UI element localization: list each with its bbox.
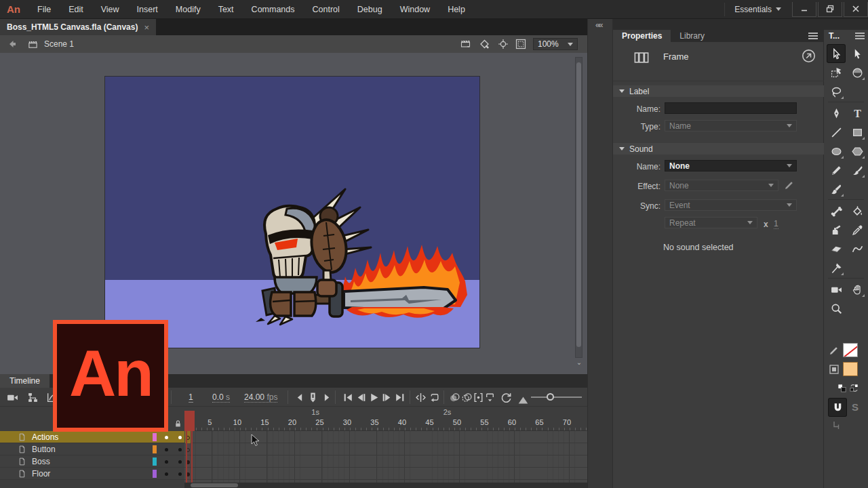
stroke-color-swatch[interactable] [843,343,858,357]
polystar-tool[interactable] [848,142,866,160]
elapsed-time[interactable]: 0.0 s [212,392,230,403]
go-to-last-frame-icon[interactable] [394,392,406,403]
menu-item-commands[interactable]: Commands [243,0,304,19]
edit-scene-icon[interactable] [460,39,472,49]
sound-name-select[interactable]: None [665,160,797,171]
playhead-icon[interactable] [307,392,319,403]
layer-color-swatch[interactable] [153,470,157,478]
fill-color-box-icon[interactable] [829,364,840,375]
playhead-marker[interactable] [184,411,195,431]
eraser-tool[interactable] [827,240,845,258]
snap-to-objects-tool[interactable] [829,399,846,416]
paint-bucket-tool[interactable] [848,202,866,220]
layer-visibility-dot[interactable] [165,448,168,451]
text-tool[interactable]: T [848,104,866,122]
stage-canvas[interactable] [105,77,479,348]
back-arrow-icon[interactable] [7,39,18,49]
timeline-zoom-slider[interactable] [531,396,582,398]
swap-colors-icon[interactable] [849,383,859,393]
step-playhead-forward-icon[interactable] [321,392,332,403]
layer-parenting-icon[interactable] [27,392,39,403]
step-back-one-frame-icon[interactable] [355,392,367,403]
fluid-brush-tool[interactable] [848,161,866,179]
timeline-tab-timeline[interactable]: Timeline [0,374,50,388]
label-section-header[interactable]: Label [613,85,824,97]
menu-item-insert[interactable]: Insert [128,0,167,19]
stage-scrollbar-thumb[interactable] [576,62,581,347]
menu-item-edit[interactable]: Edit [60,0,92,19]
asset-warp-tool[interactable] [827,259,845,277]
camera-tool[interactable] [827,281,845,298]
subselection-tool[interactable] [848,45,866,62]
restore-button[interactable] [818,2,842,17]
timeline-camera-icon[interactable] [7,392,18,403]
classic-brush-tool[interactable] [827,180,845,198]
loop-playback-icon[interactable] [429,392,440,403]
label-name-input[interactable] [665,102,797,114]
rectangle-tool[interactable] [848,123,866,141]
edit-sound-pencil-icon[interactable] [784,180,795,190]
timeline-scrollbar[interactable] [184,483,587,488]
modify-markers-icon[interactable] [484,392,496,403]
selection-tool[interactable] [827,45,845,62]
minimize-button[interactable] [792,2,816,17]
menu-item-control[interactable]: Control [304,0,349,19]
document-tab[interactable]: Boss_HTML5 Canvas.fla (Canvas) × [0,19,156,35]
reset-timeline-zoom-icon[interactable] [500,392,512,403]
layer-color-swatch[interactable] [153,458,157,466]
clip-content-icon[interactable] [515,39,526,49]
tools-tab[interactable]: T... [824,30,851,42]
lock-column-icon[interactable] [174,419,182,428]
timeline-zoom-knob[interactable] [547,393,554,401]
menu-item-modify[interactable]: Modify [167,0,210,19]
timeline-ruler[interactable]: 15101520253035404550556065701s2s [184,407,587,431]
center-stage-icon[interactable] [498,39,509,49]
center-frame-icon[interactable] [415,392,427,403]
lasso-tool[interactable] [827,83,845,100]
workspace-switcher[interactable]: Essentials [724,3,791,16]
layer-row-button[interactable]: Button [0,443,184,455]
layer-row-floor[interactable]: Floor [0,468,184,480]
edit-symbols-icon[interactable] [479,39,491,49]
default-colors-icon[interactable] [837,383,847,393]
circle-arrow-icon[interactable] [802,49,816,63]
menu-item-view[interactable]: View [92,0,128,19]
scroll-down-chevron-icon[interactable]: ⌄ [575,359,583,367]
go-to-first-frame-icon[interactable] [342,392,354,403]
layer-lock-dot[interactable] [178,448,182,451]
menu-item-window[interactable]: Window [391,0,439,19]
layer-row-actions[interactable]: Actions [0,431,184,443]
tab-close-icon[interactable]: × [144,22,149,33]
collapse-dock-icon[interactable]: «« [595,20,601,30]
line-tool[interactable] [827,123,845,141]
unknown-s-tool[interactable]: S [852,401,859,413]
layer-lock-dot[interactable] [178,436,182,439]
frame-rate[interactable]: 24.00 fps [244,392,277,403]
ink-bottle-tool[interactable] [827,221,845,239]
sound-section-header[interactable]: Sound [613,143,824,155]
onion-skin-icon[interactable] [449,392,460,403]
close-button[interactable] [844,2,868,17]
step-playhead-back-icon[interactable] [294,392,306,403]
menu-item-file[interactable]: File [28,0,60,19]
frames-grid[interactable] [184,431,587,483]
bone-tool[interactable] [827,202,845,220]
layer-visibility-dot[interactable] [165,460,168,464]
width-tool[interactable] [848,240,866,258]
oval-tool[interactable] [827,142,845,160]
current-frame-indicator[interactable]: 1 [189,392,193,403]
layer-color-swatch[interactable] [153,445,157,453]
tools-menu-icon[interactable] [855,33,865,39]
edit-multiple-frames-icon[interactable] [473,392,484,403]
fill-color-swatch[interactable] [843,362,858,376]
menu-item-debug[interactable]: Debug [349,0,391,19]
step-forward-one-frame-icon[interactable] [381,392,393,403]
layer-lock-dot[interactable] [178,460,182,464]
gradient-transform-tool[interactable] [848,64,866,81]
pen-tool[interactable] [827,104,845,122]
timeline-scrollbar-thumb[interactable] [191,483,238,487]
layer-visibility-dot[interactable] [165,436,168,439]
layer-lock-dot[interactable] [178,472,182,476]
play-button-icon[interactable] [368,392,380,403]
layer-visibility-dot[interactable] [165,472,168,476]
